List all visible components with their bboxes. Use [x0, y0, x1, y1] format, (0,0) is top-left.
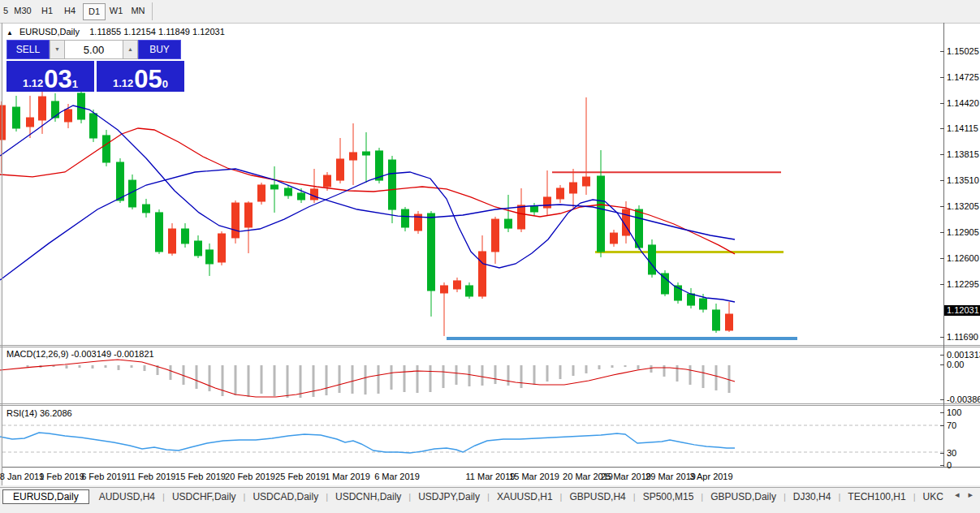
tab-scroll-left-icon[interactable]: ◂ — [955, 489, 963, 499]
tab-usdcad-daily[interactable]: USDCAD,Daily — [245, 489, 326, 504]
axis-tick-mark — [940, 103, 944, 104]
tab-usdjpy-daily[interactable]: USDJPY,Daily — [411, 489, 487, 504]
time-axis-label: 1 Feb 2019 — [39, 472, 84, 481]
pane-separator[interactable] — [0, 405, 980, 406]
pane-separator[interactable] — [0, 347, 980, 347]
time-axis-label: 20 Feb 2019 — [225, 472, 275, 481]
axis-tick-mark — [940, 364, 944, 365]
chart-ohlc-values: 1.11855 1.12154 1.11849 1.12031 — [89, 27, 225, 37]
tab-xauusd-h1[interactable]: XAUUSD,H1 — [490, 489, 560, 504]
current-bid-price-label: 1.12031 — [944, 305, 980, 316]
tab-eurusd-daily[interactable]: EURUSD,Daily — [2, 489, 89, 504]
macd-indicator-label: MACD(12,26,9) -0.003149 -0.001821 — [6, 349, 154, 359]
axis-tick-mark — [940, 453, 944, 454]
axis-tick-mark — [940, 258, 944, 259]
buy-button[interactable]: BUY — [138, 40, 181, 59]
time-axis-label: 28 Jan 2019 — [0, 472, 44, 481]
pane-separator[interactable] — [0, 403, 980, 404]
tab-audusd-h4[interactable]: AUDUSD,H4 — [92, 489, 162, 504]
price-axis-label: 1.14725 — [947, 72, 979, 82]
time-axis-label: 1 Mar 2019 — [325, 472, 370, 481]
time-axis-label: 29 Mar 2019 — [645, 472, 696, 481]
axis-tick-mark — [940, 154, 944, 155]
tab-scroll-arrows: ◂ ▸ — [955, 489, 976, 500]
tab-usdchf-daily[interactable]: USDCHF,Daily — [165, 489, 244, 504]
price-axis-label: 0.00 — [947, 360, 964, 369]
price-axis-label: 1.13205 — [947, 201, 979, 211]
sell-button[interactable]: SELL — [6, 40, 50, 59]
price-axis-frame — [943, 23, 944, 468]
price-axis-label: 1.15025 — [947, 46, 979, 56]
price-axis-label: 0.001313 — [947, 350, 980, 360]
time-axis-label: 6 Feb 2019 — [81, 472, 127, 481]
time-axis-label: 15 Mar 2019 — [509, 472, 559, 481]
axis-tick-mark — [940, 128, 944, 129]
rsi-indicator-label: RSI(14) 36.2086 — [6, 408, 72, 418]
axis-tick-mark — [940, 206, 944, 207]
price-axis-label: 1.12295 — [947, 279, 979, 289]
tab-gbpusd-h4[interactable]: GBPUSD,H4 — [562, 489, 632, 504]
tab-tech100-h1[interactable]: TECH100,H1 — [840, 489, 913, 504]
price-axis-label: 1.14420 — [947, 98, 979, 108]
time-axis-label: 11 Mar 2019 — [466, 472, 516, 481]
chart-title: ▲ EURUSD,Daily 1.11855 1.12154 1.11849 1… — [6, 27, 225, 37]
axis-tick-mark — [940, 399, 944, 400]
one-click-trade-panel: SELL ▼ ▲ BUY 1.12 03 1 1.12 05 0 — [6, 40, 185, 92]
axis-tick-mark — [940, 284, 944, 285]
price-axis-label: 0 — [947, 460, 952, 470]
axis-tick-mark — [940, 465, 944, 466]
collapse-panel-icon[interactable]: ▲ — [6, 29, 13, 37]
axis-tick-mark — [940, 412, 944, 413]
axis-tick-mark — [940, 355, 944, 356]
time-axis-label: 6 Mar 2019 — [374, 472, 420, 481]
chart-bottom-frame — [2, 467, 980, 468]
time-axis-label: 15 Feb 2019 — [175, 472, 226, 481]
tab-dj30-h4[interactable]: DJ30,H4 — [786, 489, 839, 504]
time-axis-label: 3 Apr 2019 — [689, 472, 732, 481]
symbol-tab-bar: EURUSD,DailyAUDUSD,H4|USDCHF,Daily|USDCA… — [0, 487, 980, 505]
price-axis-label: 70 — [947, 420, 956, 430]
price-axis-label: 100 — [947, 407, 961, 417]
volume-decrease-button[interactable]: ▼ — [50, 40, 65, 59]
axis-tick-mark — [940, 180, 944, 181]
price-axis-label: 1.14115 — [947, 123, 978, 133]
tab-ukc[interactable]: UKC — [916, 489, 951, 504]
price-axis-label: 1.11690 — [947, 332, 978, 342]
time-axis-label: 11 Feb 2019 — [127, 472, 176, 481]
price-axis-label: 1.12905 — [947, 227, 979, 237]
time-axis-label: 25 Mar 2019 — [601, 472, 651, 481]
axis-tick-mark — [940, 232, 944, 233]
price-axis-label: 1.13510 — [947, 175, 979, 185]
time-axis-label: 25 Feb 2019 — [275, 472, 326, 481]
price-axis-label: 1.12600 — [947, 253, 979, 263]
volume-input[interactable] — [65, 40, 123, 59]
axis-tick-mark — [940, 77, 944, 78]
price-axis-label: -0.00386 — [947, 394, 980, 404]
axis-tick-mark — [940, 51, 944, 52]
tab-scroll-right-icon[interactable]: ▸ — [968, 489, 976, 499]
buy-price-display[interactable]: 1.12 05 0 — [97, 61, 184, 92]
tab-sp500-m15[interactable]: SP500,M15 — [636, 489, 702, 504]
price-axis-label: 1.13815 — [947, 149, 979, 159]
tab-gbpusd-daily[interactable]: GBPUSD,Daily — [703, 489, 784, 504]
axis-tick-mark — [940, 337, 944, 338]
chart-left-frame — [2, 23, 2, 485]
volume-increase-button[interactable]: ▲ — [123, 40, 138, 59]
tab-usdcnh-daily[interactable]: USDCNH,Daily — [328, 489, 408, 504]
price-axis-label: 30 — [947, 448, 956, 458]
chart-symbol-label: EURUSD,Daily — [19, 27, 80, 37]
pane-separator[interactable] — [0, 345, 980, 346]
axis-tick-mark — [940, 425, 944, 426]
sell-price-display[interactable]: 1.12 03 1 — [6, 61, 94, 92]
